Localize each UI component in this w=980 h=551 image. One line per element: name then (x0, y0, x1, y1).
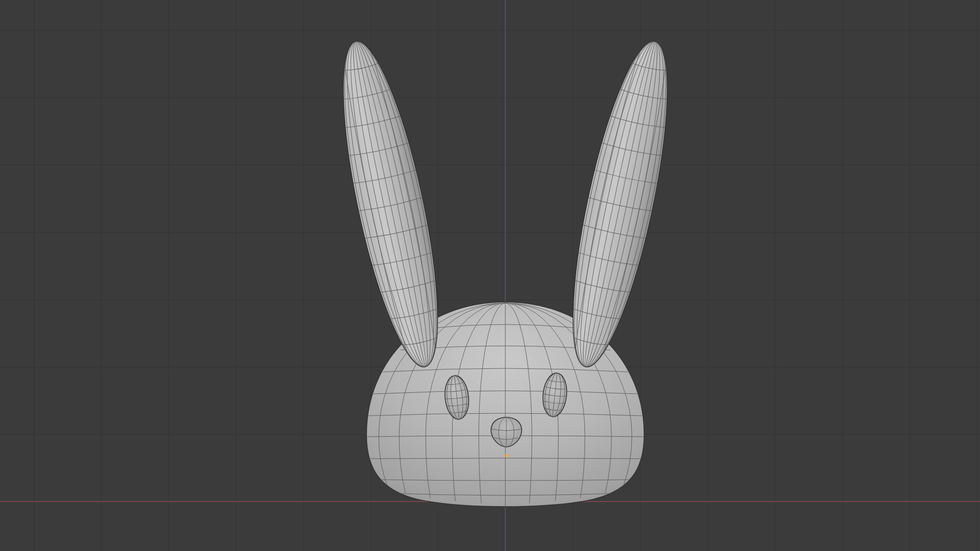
viewport-canvas[interactable] (0, 0, 980, 551)
viewport-3d[interactable] (0, 0, 980, 551)
origin-point[interactable] (504, 454, 507, 457)
